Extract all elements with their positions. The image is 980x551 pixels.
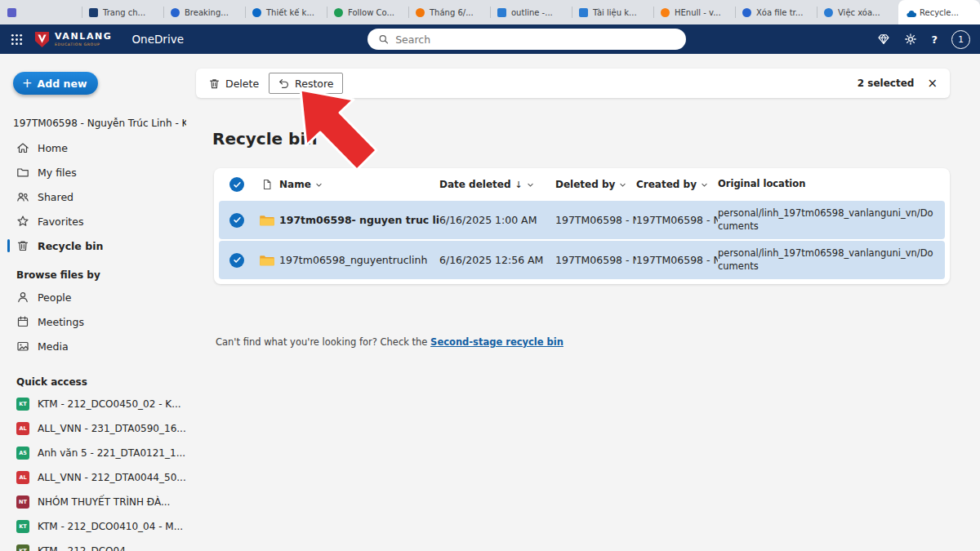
main-content: Delete Restore 2 selected × Recycle bin <box>194 54 980 551</box>
restore-button[interactable]: Restore <box>269 73 342 94</box>
column-header-deleted-by[interactable]: Deleted by <box>555 179 636 190</box>
group-initials-icon: AL <box>16 422 29 435</box>
waffle-icon <box>11 33 23 46</box>
row-name: 197tm06598_nguyentruclinh <box>279 254 439 266</box>
tab-favicon <box>661 8 670 17</box>
recycle-bin-table: Name Date deleted ↓ Deleted by Created b… <box>214 168 950 284</box>
clear-selection-icon[interactable]: × <box>927 78 938 90</box>
browser-tab-henull-v[interactable]: HEnull - v... <box>653 0 735 24</box>
search-box[interactable] <box>368 29 686 50</box>
browser-tab-breaking[interactable]: Breaking... <box>163 0 245 24</box>
brand-name: VANLANG <box>55 32 112 42</box>
row-checkbox[interactable] <box>229 213 244 228</box>
quick-access-item-ktm-212-dco04[interactable]: KT KTM - 212_DCO04... <box>0 539 194 551</box>
browser-tab-t-i-li-u-k[interactable]: Tài liệu k... <box>572 0 653 24</box>
command-bar: Delete Restore 2 selected × <box>196 69 950 98</box>
browse-item-media[interactable]: Media <box>0 334 194 358</box>
sidebar: + Add new 197TM06598 - Nguyễn Trúc Linh … <box>0 54 194 551</box>
onedrive-cloud-icon <box>906 8 915 17</box>
screen: Trang ch... Breaking... Thiết kế k... Fo… <box>0 0 980 551</box>
settings-gear-icon[interactable] <box>904 33 917 46</box>
people-icon <box>16 190 29 203</box>
tab-favicon <box>252 8 261 17</box>
second-stage-note: Can't find what you're looking for? Chec… <box>216 336 564 348</box>
group-initials-icon: AL <box>16 471 29 484</box>
chevron-down-icon <box>619 181 626 189</box>
browser-tab-thi-t-k-k[interactable]: Thiết kế k... <box>245 0 327 24</box>
app-title: OneDrive <box>131 33 183 46</box>
row-created-by: 197TM06598 - Ng <box>636 254 718 266</box>
tab-favicon <box>171 8 180 17</box>
browser-tab-bar: Trang ch... Breaking... Thiết kế k... Fo… <box>0 0 980 24</box>
trash-icon <box>16 239 29 252</box>
quick-access-item-all-vnn-212-dta0044-50[interactable]: AL ALL_VNN - 212_DTA0044_50... <box>0 465 194 490</box>
browse-item-people[interactable]: People <box>0 285 194 309</box>
page-title: Recycle bin <box>212 129 318 149</box>
row-name: 197tm06598- nguyen truc linh <box>279 214 439 226</box>
browser-tab-recycle[interactable]: Recycle... <box>898 0 980 24</box>
folder-icon <box>255 214 279 227</box>
column-header-created-by[interactable]: Created by <box>636 179 718 190</box>
row-date-deleted: 6/16/2025 12:56 AM <box>439 254 555 266</box>
quick-access-item-ktm-212-dco0450-02-k[interactable]: KT KTM - 212_DCO0450_02 - K... <box>0 392 194 416</box>
vanlang-logo: VANLANG EDUCATION GROUP <box>34 31 112 48</box>
browser-tab-outline[interactable]: outline -... <box>490 0 572 24</box>
vanlang-shield-icon <box>34 31 50 48</box>
sidebar-item-my-files[interactable]: My files <box>0 160 194 184</box>
sidebar-item-favorites[interactable]: Favorites <box>0 209 194 233</box>
folder-icon <box>255 254 279 267</box>
column-header-date-deleted[interactable]: Date deleted ↓ <box>439 179 555 190</box>
account-avatar[interactable]: 1 <box>951 30 970 49</box>
quick-access-item-all-vnn-231-dta0590-16[interactable]: AL ALL_VNN - 231_DTA0590_16... <box>0 416 194 441</box>
tab-favicon <box>579 8 588 17</box>
table-header-row: Name Date deleted ↓ Deleted by Created b… <box>219 170 945 199</box>
row-original-location: personal/linh_197tm06598_vanlanguni_vn/D… <box>718 203 945 237</box>
browse-item-meetings[interactable]: Meetings <box>0 309 194 334</box>
calendar-icon <box>16 315 29 328</box>
quick-access-nav: KT KTM - 212_DCO0450_02 - K... AL ALL_VN… <box>0 392 194 551</box>
quick-access-item-ktm-212-dco0410-04-m[interactable]: KT KTM - 212_DCO0410_04 - M... <box>0 514 194 539</box>
quick-access-item-anh-v-n-5-221-dta0121-1[interactable]: A5 Anh văn 5 - 221_DTA0121_1... <box>0 441 194 465</box>
column-header-original-location[interactable]: Original location <box>718 174 945 195</box>
row-deleted-by: 197TM06598 - Ng <box>555 214 636 226</box>
add-new-button[interactable]: + Add new <box>13 72 98 95</box>
quick-access-label: Quick access <box>16 376 194 388</box>
row-created-by: 197TM06598 - Ng <box>636 214 718 226</box>
column-header-name[interactable]: Name <box>279 179 439 190</box>
sort-descending-icon: ↓ <box>515 180 523 190</box>
delete-button[interactable]: Delete <box>208 73 259 94</box>
group-initials-icon: A5 <box>16 447 29 460</box>
person-icon <box>16 291 29 304</box>
table-row[interactable]: 197tm06598_nguyentruclinh 6/16/2025 12:5… <box>219 241 945 279</box>
app-header: VANLANG EDUCATION GROUP OneDrive <box>0 24 980 54</box>
browser-tab-th-ng-6[interactable]: Tháng 6/... <box>408 0 490 24</box>
search-input[interactable] <box>395 33 675 46</box>
table-body: 197tm06598- nguyen truc linh 6/16/2025 1… <box>219 201 945 279</box>
second-stage-recycle-bin-link[interactable]: Second-stage recycle bin <box>430 336 564 348</box>
tab-favicon <box>497 8 506 17</box>
sidebar-item-shared[interactable]: Shared <box>0 184 194 209</box>
help-icon[interactable]: ? <box>931 33 938 46</box>
file-type-column-icon <box>255 179 279 190</box>
restore-icon <box>278 78 290 90</box>
quick-access-item-nh-m-thuy-t-tr-nh[interactable]: NT NHÓM THUYẾT TRÌNH ĐÀ... <box>0 490 194 514</box>
chevron-down-icon <box>701 181 708 189</box>
sidebar-item-recycle-bin[interactable]: Recycle bin <box>0 233 194 258</box>
browser-tab-trang-ch[interactable]: Trang ch... <box>82 0 163 24</box>
account-label: 197TM06598 - Nguyễn Trúc Linh - K2... <box>13 118 186 129</box>
browser-tab-tab[interactable] <box>0 0 82 24</box>
sidebar-item-home[interactable]: Home <box>0 136 194 160</box>
browse-by-nav: People Meetings Media <box>0 285 194 358</box>
premium-diamond-icon[interactable] <box>877 33 890 46</box>
group-initials-icon: KT <box>16 520 29 533</box>
row-checkbox[interactable] <box>229 253 244 268</box>
table-row[interactable]: 197tm06598- nguyen truc linh 6/16/2025 1… <box>219 201 945 239</box>
tab-favicon <box>824 8 833 17</box>
app-launcher-button[interactable] <box>0 24 33 54</box>
browser-tab-x-a-file-tr[interactable]: Xóa file tr... <box>735 0 817 24</box>
select-all-checkbox[interactable] <box>229 177 244 192</box>
tab-favicon <box>416 8 425 17</box>
search-icon <box>378 33 389 45</box>
browser-tab-follow-co[interactable]: Follow Co... <box>327 0 408 24</box>
browser-tab-vi-c-x-a[interactable]: Việc xóa... <box>817 0 898 24</box>
